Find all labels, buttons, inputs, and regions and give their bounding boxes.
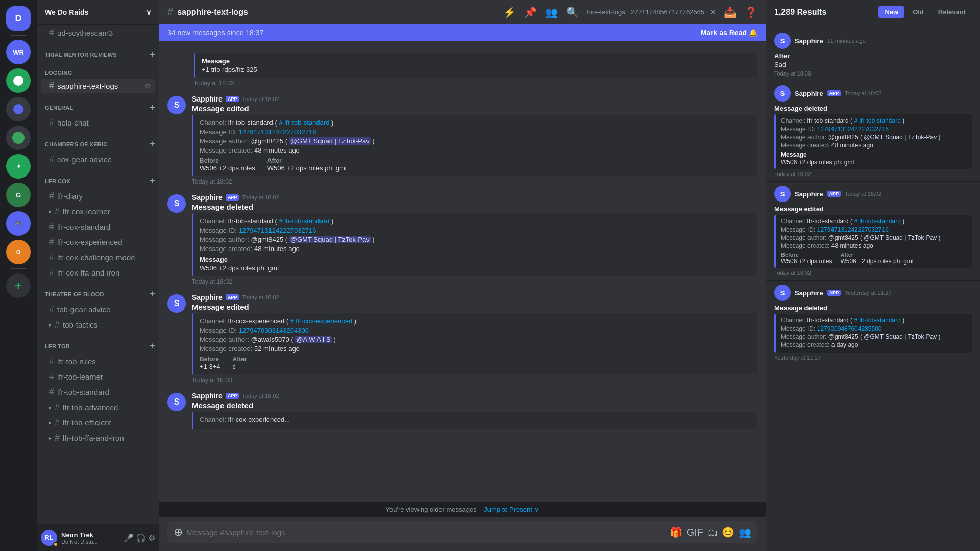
message-id-link[interactable]: 1279470303143264306	[239, 327, 309, 334]
channel-item-lfr-tob-learner[interactable]: # lfr-tob-learner	[41, 369, 155, 384]
message-id-link[interactable]: 127947131242227032716	[239, 227, 316, 234]
server-icon-5[interactable]: ✦	[6, 154, 31, 179]
server-header[interactable]: We Do Raids ∨	[37, 0, 159, 25]
hash-icon: #	[49, 356, 54, 367]
message-header: Sapphire APP Today at 18:02	[192, 392, 757, 400]
mark-as-read-button[interactable]: Mark as Read 🔔	[701, 29, 757, 37]
add-attachment-button[interactable]: ⊕	[174, 525, 183, 539]
category-logging[interactable]: LOGGING	[37, 62, 159, 78]
pin-icon[interactable]: 📌	[524, 6, 537, 18]
channel-item-lfr-tob-efficient[interactable]: ▸ # lfr-tob-efficient	[41, 415, 155, 430]
channel-item-lfr-cox-learner[interactable]: ▸ # lfr-cox-learner	[41, 204, 155, 219]
server-icon-4[interactable]	[6, 126, 31, 150]
channel-item-lfr-cox-challenge-mode[interactable]: # lfr-cox-challenge-mode	[41, 250, 155, 265]
category-theatre-of-blood[interactable]: THEATRE OF BLOOD +	[37, 281, 159, 302]
message-id-link[interactable]: 127947131242227032716	[817, 226, 889, 233]
filter-tab-old[interactable]: Old	[906, 6, 930, 18]
threads-icon[interactable]: ⚡	[503, 6, 516, 18]
message-input[interactable]	[187, 528, 666, 537]
settings-icon[interactable]: ⚙	[144, 82, 151, 90]
hash-icon: #	[55, 206, 60, 217]
channel-item-lfr-diary[interactable]: # lfr-diary	[41, 189, 155, 204]
channel-item-cox-gear-advice[interactable]: # cox-gear-advice	[41, 152, 155, 167]
gift-icon[interactable]: 🎁	[670, 526, 682, 538]
sticker-icon[interactable]: 🗂	[707, 527, 718, 538]
jump-to-present-button[interactable]: Jump to Present	[484, 506, 532, 513]
channel-link[interactable]: # lfr-tob-standard	[854, 317, 900, 324]
channel-sidebar: We Do Raids ∨ # ud-scythescam3 TRIAL MEN…	[37, 0, 159, 551]
category-lfr-cox[interactable]: LFR COX +	[37, 167, 159, 188]
message-label: Message	[200, 256, 751, 263]
mention: @GMT Squad | TzTok-Pav	[289, 137, 371, 145]
message-box: Channel: lfr-tob-standard ( # lfr-tob-st…	[192, 213, 757, 276]
members-icon[interactable]: 👥	[545, 6, 558, 18]
channel-link[interactable]: # lfr-tob-standard	[854, 117, 900, 124]
channel-item-tob-gear-advice[interactable]: # tob-gear-advice	[41, 302, 155, 317]
channel-link[interactable]: # lfr-tob-standard	[279, 119, 329, 127]
add-channel-button[interactable]: +	[150, 49, 155, 60]
messages-area: Message +1 trio rdps/frz 325 Today at 18…	[159, 41, 766, 502]
message-group: S Sapphire APP Today at 18:02 Message de…	[159, 390, 766, 433]
channel-item-sapphire-text-logs[interactable]: # sapphire-text-logs ⚙	[41, 79, 155, 93]
server-icon-8[interactable]: O	[6, 240, 31, 264]
search-icon[interactable]: 🔍	[566, 6, 579, 18]
help-icon[interactable]: ❓	[745, 6, 757, 18]
result-username: Sapphire	[795, 90, 823, 97]
chevron-down-icon: ∨	[146, 8, 151, 16]
server-icon-3[interactable]	[6, 97, 31, 121]
inbox-icon[interactable]: 📥	[724, 6, 737, 18]
field-message-id: Message ID: 1279009487604285500	[781, 325, 967, 332]
microphone-icon[interactable]: 🎤	[124, 533, 134, 543]
filter-tab-new[interactable]: New	[878, 6, 904, 18]
message-input-bar: ⊕ 🎁 GIF 🗂 😊 👥	[159, 517, 766, 551]
channel-link[interactable]: # lfr-tob-standard	[279, 217, 329, 225]
message-id-link[interactable]: 127947131242227032716	[239, 128, 316, 136]
category-general[interactable]: GENERAL +	[37, 94, 159, 115]
search-result-item: S Sapphire APP Today at 18:02 Message de…	[766, 81, 980, 182]
channel-item-lfr-tob-standard[interactable]: # lfr-tob-standard	[41, 385, 155, 399]
channel-item-ud-scythescam3[interactable]: # ud-scythescam3	[41, 26, 155, 40]
mention: @GMT Squad | TzTok-Pav	[289, 236, 371, 243]
channel-item-lfr-tob-rules[interactable]: # lfr-tob-rules	[41, 354, 155, 369]
add-channel-button[interactable]: +	[150, 341, 155, 352]
channel-link[interactable]: # lfr-cox-experienced	[290, 317, 352, 325]
add-server-button[interactable]: +	[6, 273, 31, 298]
svg-point-1	[13, 104, 23, 114]
channel-name: lfr-tob-ffa-and-iron	[63, 434, 124, 442]
message-id-link[interactable]: 127947131242227032716	[817, 126, 889, 133]
channel-link[interactable]: # lfr-tob-standard	[854, 218, 900, 225]
channel-item-lfr-cox-standard[interactable]: # lfr-cox-standard	[41, 219, 155, 234]
channel-header: # sapphire-text-logs ⚡ 📌 👥 🔍 hire-text-l…	[159, 0, 766, 24]
people-icon[interactable]: 👥	[739, 526, 751, 538]
search-result-item: S Sapphire 11 minutes ago After Sad Toda…	[766, 29, 980, 81]
add-channel-button[interactable]: +	[150, 289, 155, 299]
channel-item-lfr-cox-experienced[interactable]: # lfr-cox-experienced	[41, 235, 155, 249]
category-lfr-tob[interactable]: LFR TOB +	[37, 333, 159, 354]
add-channel-button[interactable]: +	[150, 102, 155, 113]
settings-icon[interactable]: ⚙	[148, 533, 155, 543]
filter-tab-relevant[interactable]: Relevant	[932, 6, 972, 18]
channel-item-lfr-cox-ffa-and-iron[interactable]: # lfr-cox-ffa-and-iron	[41, 265, 155, 280]
category-chambers-of-xeric[interactable]: CHAMBERS OF XERIC +	[37, 131, 159, 152]
hash-icon: #	[49, 154, 54, 165]
message-body: Message +1 trio rdps/frz 325 Today at 18…	[194, 51, 757, 87]
add-channel-button[interactable]: +	[150, 176, 155, 186]
avatar: S	[774, 33, 791, 49]
field-message-id: Message ID: 127947131242227032716	[200, 128, 751, 136]
gif-icon[interactable]: GIF	[687, 527, 703, 538]
emoji-icon[interactable]: 😊	[722, 526, 734, 538]
message-id-link[interactable]: 1279009487604285500	[817, 325, 882, 332]
add-channel-button[interactable]: +	[150, 139, 155, 149]
channel-item-lfr-tob-advanced[interactable]: ▸ # lfr-tob-advanced	[41, 400, 155, 415]
server-icon-we-do-raids[interactable]: WR	[6, 40, 31, 64]
server-icon-6[interactable]: G	[6, 183, 31, 207]
channel-item-tob-tactics[interactable]: ▸ # tob-tactics	[41, 317, 155, 332]
category-trial-mentor-reviews[interactable]: TRIAL MENTOR REVIEWS +	[37, 41, 159, 62]
server-icon-2[interactable]	[6, 68, 31, 93]
discord-home-icon[interactable]: D	[6, 6, 31, 31]
message-type: Message edited	[192, 303, 757, 311]
headphone-icon[interactable]: 🎧	[136, 533, 146, 543]
channel-item-lfr-tob-ffa-and-iron[interactable]: ▸ # lfr-tob-ffa-and-iron	[41, 431, 155, 445]
channel-item-help-chat[interactable]: # help-chat	[41, 115, 155, 130]
server-icon-7[interactable]: 🎮	[6, 211, 31, 236]
